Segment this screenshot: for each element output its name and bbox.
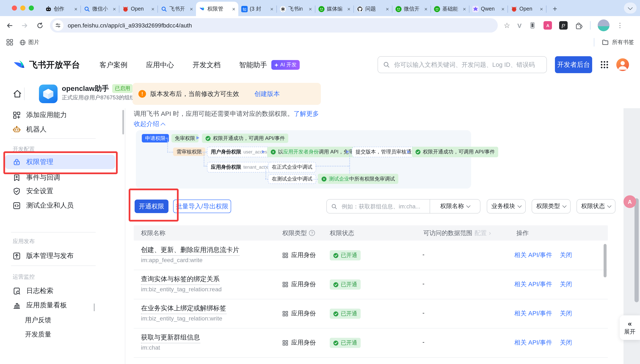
help-icon[interactable]: ?	[309, 230, 315, 236]
zoom-window-button[interactable]	[29, 6, 34, 10]
search-field-dropdown[interactable]: 权限名称	[430, 202, 480, 210]
close-icon[interactable]: ×	[540, 6, 543, 12]
close-window-button[interactable]	[12, 6, 17, 10]
tab-wechat-dev[interactable]: 微信开 ×	[392, 2, 431, 16]
close-permission-link[interactable]: 关闭	[560, 339, 572, 347]
home-icon[interactable]	[13, 89, 22, 98]
related-api-link[interactable]: 相关 API/事件	[514, 339, 552, 347]
close-icon[interactable]: ×	[232, 6, 235, 12]
bookmark-item-images[interactable]: 图片	[20, 38, 39, 46]
sidebar-item-dev-quality[interactable]: 开发质量	[25, 330, 51, 339]
nav-ai-assistant[interactable]: 智能助手	[239, 60, 267, 70]
permission-name[interactable]: 在业务实体上绑定或解绑标签	[141, 304, 226, 314]
nav-app-center[interactable]: 应用中心	[146, 60, 174, 70]
address-bar[interactable]: open.feishu.cn/app/cli_a9393d2699fbdcc4/…	[50, 18, 498, 32]
close-icon[interactable]: ×	[347, 6, 350, 12]
close-icon[interactable]: ×	[386, 6, 389, 12]
all-bookmarks[interactable]: 所有书签	[594, 38, 634, 46]
tab-open-2[interactable]: Open ×	[508, 2, 546, 16]
related-api-link[interactable]: 相关 API/事件	[514, 251, 552, 259]
tab-feishu-openai[interactable]: 飞书in ×	[277, 2, 315, 16]
waffle-menu-icon[interactable]	[600, 60, 609, 69]
back-button[interactable]	[4, 20, 15, 31]
close-permission-link[interactable]: 关闭	[560, 251, 572, 259]
device-icon[interactable]	[529, 22, 537, 29]
sidebar-item-permission[interactable]: 权限管理	[5, 155, 115, 169]
sidebar-item-quality-dashboard[interactable]: 应用质量看板	[0, 298, 125, 312]
close-icon[interactable]: ×	[270, 6, 273, 12]
batch-import-export-button[interactable]: 批量导入/导出权限	[173, 200, 231, 213]
chevron-up-icon[interactable]	[94, 304, 94, 311]
page-scrollbar-thumb[interactable]	[634, 198, 639, 302]
related-api-link[interactable]: 相关 API/事件	[514, 310, 552, 318]
tab-wechat-mini[interactable]: 微信小 ×	[81, 2, 119, 16]
collapse-intro-link[interactable]: 收起介绍	[134, 120, 165, 128]
related-api-link[interactable]: 相关 API/事件	[514, 280, 552, 288]
sidebar-item-user-feedback[interactable]: 用户反馈	[25, 316, 51, 325]
tab-qwen[interactable]: Qwen ×	[469, 2, 508, 16]
brand[interactable]: 飞书开放平台	[13, 58, 80, 71]
sidebar-item-events[interactable]: 事件与回调	[0, 170, 125, 185]
doc-search-input[interactable]	[393, 61, 541, 68]
user-avatar[interactable]	[616, 58, 629, 71]
permission-search-input[interactable]	[341, 203, 427, 210]
tab-permission-active[interactable]: 权限管 ×	[196, 2, 238, 16]
open-permission-button[interactable]: 开通权限	[135, 200, 168, 213]
vue-devtools-icon[interactable]: V	[517, 22, 522, 29]
close-permission-link[interactable]: 关闭	[560, 310, 572, 318]
close-icon[interactable]: ×	[424, 6, 428, 12]
type-filter-dropdown[interactable]: 权限类型	[532, 199, 571, 214]
reload-button[interactable]	[34, 20, 46, 31]
sidebar-item-version-release[interactable]: 版本管理与发布	[0, 248, 125, 263]
minimize-window-button[interactable]	[20, 6, 25, 10]
browser-menu-button[interactable]: ⋮	[617, 22, 623, 29]
site-settings-button[interactable]	[53, 20, 64, 31]
fquestion-extension-icon[interactable]: f?	[559, 21, 568, 30]
sidebar-scrollbar-thumb[interactable]	[122, 110, 124, 134]
close-icon[interactable]: ×	[309, 6, 312, 12]
translate-extension-icon[interactable]: A	[544, 21, 552, 30]
sidebar-item-test-org[interactable]: 测试企业和人员	[0, 198, 125, 213]
sidebar-item-log-search[interactable]: 日志检索	[0, 284, 125, 298]
tab-zhihu[interactable]: 知 (3 封 ×	[238, 2, 276, 16]
permission-name[interactable]: 创建、更新、删除应用消息流卡片	[141, 246, 239, 256]
module-filter-dropdown[interactable]: 业务模块	[487, 199, 526, 214]
tab-github-issue[interactable]: 问题 ×	[354, 2, 392, 16]
configure-link[interactable]: 配置	[475, 229, 487, 237]
close-icon[interactable]: ×	[113, 6, 116, 12]
url-text[interactable]: open.feishu.cn/app/cli_a9393d2699fbdcc4/…	[68, 22, 192, 29]
close-icon[interactable]: ×	[74, 6, 77, 12]
apps-grid-icon[interactable]	[6, 38, 14, 46]
learn-more-link[interactable]: 了解更多	[294, 110, 319, 117]
tab-wechat-basic[interactable]: 基础能 ×	[431, 2, 469, 16]
status-filter-dropdown[interactable]: 权限状态	[576, 199, 615, 214]
ai-dev-badge[interactable]: AI 开发	[271, 60, 299, 70]
table-scrollbar-thumb[interactable]	[604, 244, 606, 277]
close-icon[interactable]: ×	[463, 6, 466, 12]
sidebar-item-bot[interactable]: 机器人	[0, 122, 125, 136]
tab-open-1[interactable]: Open ×	[119, 2, 157, 16]
permission-name[interactable]: 获取与更新群组信息	[141, 333, 200, 343]
expand-panel-button[interactable]: « 展开	[620, 316, 640, 340]
new-tab-button[interactable]: +	[549, 3, 561, 15]
create-version-link[interactable]: 创建版本	[254, 90, 280, 98]
translate-float-button[interactable]: A	[623, 195, 636, 208]
sidebar-item-security[interactable]: 安全设置	[0, 184, 125, 198]
tab-feishu-search[interactable]: 飞书开 ×	[158, 2, 196, 16]
close-permission-link[interactable]: 关闭	[560, 280, 572, 288]
nav-dev-docs[interactable]: 开发文档	[192, 60, 221, 70]
doc-search-box[interactable]	[377, 56, 547, 73]
tab-creation[interactable]: 创作 ×	[42, 2, 80, 16]
permission-name[interactable]: 查询实体与标签的绑定关系	[141, 275, 220, 285]
developer-console-button[interactable]: 开发者后台	[555, 56, 592, 73]
tab-media[interactable]: 媒体编 ×	[315, 2, 353, 16]
close-icon[interactable]: ×	[151, 6, 154, 12]
extensions-puzzle-icon[interactable]	[575, 21, 583, 30]
bookmark-star-icon[interactable]: ☆	[504, 21, 510, 30]
sidebar-item-add-capability[interactable]: 添加应用能力	[0, 108, 125, 122]
nav-customer-cases[interactable]: 客户案例	[99, 60, 127, 70]
close-icon[interactable]: ×	[190, 6, 193, 12]
browser-profile-avatar[interactable]	[598, 20, 610, 31]
tab-overflow-button[interactable]	[624, 2, 636, 14]
forward-button[interactable]	[19, 20, 31, 31]
